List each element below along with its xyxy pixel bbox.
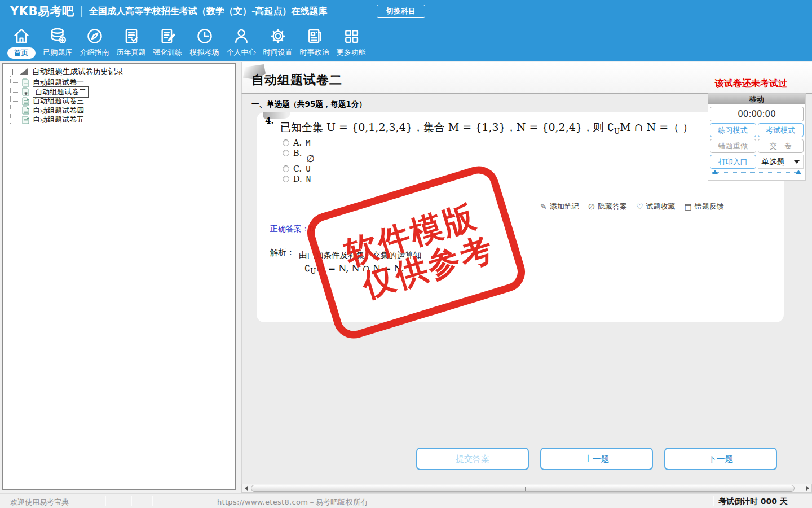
switch-subject-button[interactable]: 切换科目 [377,5,425,18]
analysis-label: 解析： [270,247,295,258]
collect-question-button[interactable]: ♡ 试题收藏 [636,202,676,212]
tree-item-paper-4[interactable]: 自动组题试卷四 [11,106,235,116]
nav-item-past-papers[interactable]: 历年真题 [113,23,149,61]
submit-paper-button[interactable]: 交 卷 [758,139,804,153]
nav-item-current-affairs[interactable]: 时事政治 [296,23,333,61]
option-letter: C. [293,164,302,173]
nav-label: 模拟考场 [190,47,219,58]
horizontal-scrollbar[interactable] [241,484,812,493]
option-letter: A. [293,138,302,147]
statusbar-divider [131,496,132,506]
option-value: M [306,138,310,147]
nav-item-time-settings[interactable]: 时间设置 [259,23,296,61]
person-icon [232,27,251,46]
tree-item-paper-3[interactable]: 自动组题试卷三 [11,97,235,106]
document-icon [22,116,29,124]
correct-answer-label: 正确答案： [270,224,310,233]
add-note-button[interactable]: ✎ 添加笔记 [540,202,579,212]
document-icon [22,106,29,115]
option-value: U [306,164,310,173]
tree-item-paper-2-selected[interactable]: 自动组题试卷二 [11,87,235,97]
print-entry-button[interactable]: 打印入口 [710,155,756,169]
scroll-up-right-icon[interactable] [796,170,801,174]
feedback-label: 错题反馈 [695,202,724,212]
question-tools: ✎ 添加笔记 ∅ 隐藏答案 ♡ 试题收藏 ▤ 错题反馈 [540,202,724,212]
nav-item-purchased-banks[interactable]: 已购题库 [39,23,76,61]
nav-label: 首页 [7,47,36,59]
radio-option-b[interactable] [283,150,289,156]
welcome-text: 欢迎使用易考宝典 [10,497,69,507]
document-icon [22,78,29,87]
document-pin-icon [22,87,29,96]
option-row-c[interactable]: C. U [283,164,311,173]
nav-item-home[interactable]: 首页 [3,23,39,61]
redo-wrong-button[interactable]: 错题重做 [710,139,756,153]
paper-title: 自动组题试卷二 [251,72,342,89]
nav-label: 介绍指南 [80,47,109,58]
hide-answer-button[interactable]: ∅ 隐藏答案 [588,202,627,212]
question-type-dropdown[interactable]: 单选题 [758,155,804,169]
nav-item-guide[interactable]: 介绍指南 [76,23,113,61]
tree-collapse-icon[interactable] [7,69,13,75]
database-icon [48,27,68,46]
nav-label: 时间设置 [263,47,293,58]
scroll-left-arrow[interactable] [242,484,250,492]
nav-item-more-features[interactable]: 更多功能 [333,23,369,61]
chevron-down-icon [794,160,800,164]
panel-move-handle[interactable]: 移动 [708,94,805,104]
statusbar-divider [152,496,153,506]
grid-icon [342,27,361,46]
correct-answer-value: D [310,225,314,233]
option-row-d[interactable]: D. N [283,174,311,183]
radio-option-d[interactable] [283,176,289,182]
clock-icon [195,27,214,46]
submit-answer-button[interactable]: 提交答案 [416,448,529,470]
statusbar-divider [713,496,714,506]
question-card [257,112,784,322]
hide-answer-label: 隐藏答案 [598,202,627,212]
exam-mode-button[interactable]: 考试模式 [758,123,804,137]
nav-label: 强化训练 [153,47,183,58]
prev-question-button[interactable]: 上一题 [540,448,653,470]
scrollbar-thumb[interactable] [251,485,795,492]
error-feedback-button[interactable]: ▤ 错题反馈 [685,202,724,212]
folder-icon [19,68,28,75]
nav-item-intensive-training[interactable]: 强化训练 [149,23,186,61]
practice-mode-button[interactable]: 练习模式 [710,123,756,137]
option-letter: B. [293,148,302,157]
exam-bank-title: 全国成人高等学校招生考试（数学（文）-高起点）在线题库 [89,6,328,17]
radio-option-a[interactable] [283,139,289,146]
heart-icon: ♡ [636,202,643,211]
nav-label: 历年真题 [117,47,146,58]
feedback-icon: ▤ [685,202,692,211]
copyright-text: https://www.etest8.com－易考吧版权所有 [217,497,368,507]
nav-label: 已购题库 [43,47,73,58]
elapsed-timer: 00:00:00 [710,107,804,121]
nav-item-mock-exam[interactable]: 模拟考场 [186,23,223,61]
nav-label: 更多功能 [337,47,366,58]
gear-icon [268,27,288,46]
nav-label: 时事政治 [300,47,329,58]
analysis-text: 由已知条件及补集、交集的运算知 [299,250,422,261]
tree-item-label: 自动组题试卷四 [33,106,84,116]
app-logo: YKB易考吧 [10,3,74,19]
nav-item-personal-center[interactable]: 个人中心 [223,23,259,61]
home-icon [12,27,31,46]
option-row-a[interactable]: A. M [283,138,311,147]
exam-status-note: 该试卷还未考试过 [715,78,787,90]
scroll-right-arrow[interactable] [804,484,811,492]
main-toolbar: 首页 已购题库 介绍指南 历年真题 强化训练 模拟考场 个人中心 [0,23,812,61]
radio-option-c[interactable] [283,165,289,172]
nav-label: 个人中心 [227,47,256,58]
panel-button-grid: 练习模式 考试模式 错题重做 交 卷 打印入口 单选题 [710,123,804,169]
logo-divider: | [80,5,83,17]
tree-root-node[interactable]: 自动组题生成试卷历史记录 [7,67,235,77]
section-title: 一、单选题（共95题，每题1分） [251,99,367,110]
tree-item-paper-5[interactable]: 自动组题试卷五 [11,115,235,125]
next-question-button[interactable]: 下一题 [664,448,777,470]
eye-off-icon: ∅ [588,202,595,211]
scroll-up-left-icon[interactable] [712,170,718,174]
exam-countdown: 考试倒计时 000 天 [718,497,788,507]
tree-root-label: 自动组题生成试卷历史记录 [32,67,123,77]
option-row-b[interactable]: B. ∅ [283,147,314,159]
